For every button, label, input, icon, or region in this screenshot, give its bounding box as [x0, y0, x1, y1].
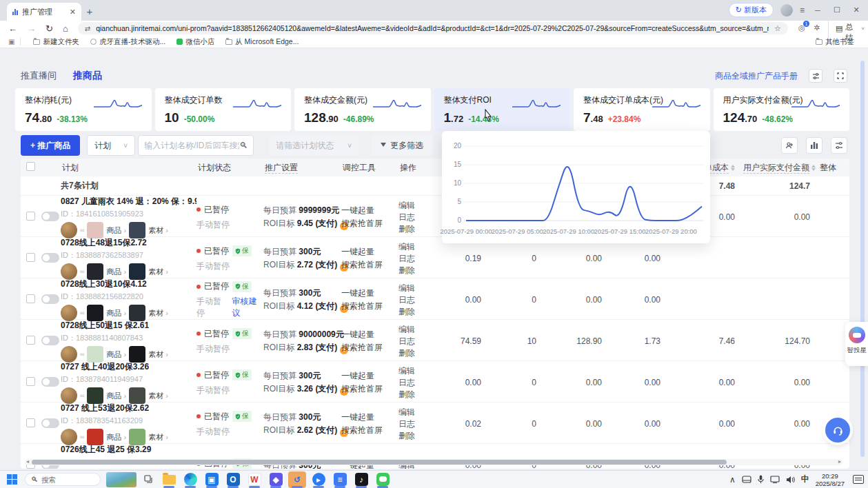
custom-columns-icon[interactable] [806, 137, 822, 154]
header-pay-sortable[interactable]: 用户实际支付金额 [743, 162, 818, 174]
plan-title[interactable]: 0827 儿童雨衣 14% 退：20% 保：9.92 [61, 196, 196, 207]
row-checkbox[interactable] [26, 377, 35, 386]
product-link[interactable]: 商品 › [106, 308, 126, 318]
one-key-boost-link[interactable]: 一键起量 [341, 204, 398, 217]
log-link[interactable]: 日志 [398, 253, 436, 265]
page-scrollbar[interactable] [860, 61, 865, 457]
product-manual-link[interactable]: 商品全域推广产品手册 [715, 70, 798, 82]
taskbar-app-file-explorer[interactable] [160, 471, 178, 488]
material-link[interactable]: 素材 › [148, 308, 168, 318]
site-info-icon[interactable]: ⇄ [85, 25, 90, 32]
fullscreen-icon[interactable] [834, 69, 847, 83]
material-link[interactable]: 素材 › [148, 349, 168, 360]
new-version-button[interactable]: ↻新版本 [729, 3, 774, 17]
one-key-boost-link[interactable]: 一键起量 [341, 328, 398, 341]
plan-title[interactable]: 0726线上45 退25 保3.29 [61, 444, 196, 456]
forward-icon[interactable]: → [27, 23, 36, 34]
row-checkbox[interactable] [26, 294, 35, 303]
material-link[interactable]: 素材 › [148, 391, 168, 401]
bookmark-item[interactable]: 虎牙直播-技术驱动... [85, 37, 171, 47]
filter-settings-icon[interactable] [831, 137, 847, 154]
product-link[interactable]: 商品 › [106, 432, 126, 443]
ime-indicator[interactable]: 中 [801, 474, 809, 485]
home-icon[interactable]: ⌂ [63, 23, 68, 34]
row-enable-toggle[interactable] [41, 294, 59, 304]
taskbar-search-box[interactable]: 🔍︎ [25, 473, 101, 486]
more-filters-button[interactable]: 更多筛选 [371, 135, 433, 156]
edit-link[interactable]: 编辑 [398, 283, 436, 294]
product-thumbnail[interactable] [87, 346, 103, 363]
metric-card[interactable]: 整体消耗(元) 74.80 -38.13% [15, 88, 152, 131]
taskbar-app-app-blue[interactable]: ≡ [331, 471, 349, 488]
bookmark-item[interactable]: 从 Microsoft Edge... [220, 37, 304, 47]
edit-link[interactable]: 编辑 [398, 200, 436, 212]
network-icon[interactable] [770, 476, 780, 483]
row-checkbox[interactable] [26, 253, 35, 262]
row-enable-toggle[interactable] [41, 377, 59, 387]
delete-link[interactable]: 删除 [398, 389, 436, 400]
tab-promote-product[interactable]: 推商品 [73, 70, 102, 82]
product-thumbnail[interactable] [87, 263, 103, 280]
window-maximize-button[interactable]: ☐ [831, 6, 843, 14]
taskbar-app-microsoft-store[interactable]: ▣ [203, 471, 221, 488]
row-checkbox[interactable] [26, 336, 35, 345]
product-thumbnail[interactable] [87, 387, 103, 404]
review-suggestion-link[interactable]: 审核建议 [232, 296, 264, 319]
settings-sliders-icon[interactable] [809, 69, 822, 83]
tab-close-icon[interactable]: ✕ [70, 8, 76, 17]
metric-card[interactable]: 用户实际支付金额(元) 124.70 -48.62% [714, 88, 850, 131]
microphone-icon[interactable] [758, 475, 764, 484]
search-top-screen-link[interactable]: 搜索抢首屏 [341, 258, 398, 272]
metric-card[interactable]: 整体成交订单数 10 -50.00% [155, 88, 292, 131]
plan-status-select[interactable]: 请筛选计划状态˅ [269, 135, 359, 156]
volume-icon[interactable] [786, 476, 795, 484]
new-tab-button[interactable]: + [81, 3, 98, 19]
taskbar-app-app-purple[interactable]: ◆ [267, 471, 285, 488]
plan-search-input[interactable] [144, 141, 239, 150]
taskbar-app-dingtalk[interactable]: ▸ [310, 471, 327, 488]
plan-title[interactable]: 0728线上30退10保4.12 [61, 278, 196, 290]
window-minimize-button[interactable]: ─ [811, 6, 824, 14]
log-link[interactable]: 日志 [398, 294, 436, 306]
one-key-boost-link[interactable]: 一键起量 [341, 369, 398, 383]
bookmark-star-icon[interactable]: ☆ [774, 24, 781, 33]
widgets-weather-thumbnail[interactable] [106, 472, 137, 487]
reading-mode-icon[interactable]: ◎1 [798, 23, 806, 33]
select-all-checkbox[interactable] [26, 162, 35, 171]
material-thumbnail[interactable] [129, 429, 145, 445]
delete-link[interactable]: 删除 [398, 430, 436, 442]
sort-icon[interactable] [811, 165, 816, 171]
material-thumbnail[interactable] [129, 387, 145, 404]
row-checkbox[interactable] [26, 418, 35, 427]
taskbar-app-wechat[interactable] [374, 471, 392, 488]
promote-product-button[interactable]: + 推广商品 [21, 135, 80, 156]
bookmark-item[interactable]: 微信小店 [171, 37, 220, 47]
row-enable-toggle[interactable] [41, 253, 59, 263]
browser-profile-avatar[interactable] [780, 4, 793, 17]
sort-icon[interactable] [731, 165, 735, 171]
start-button[interactable] [4, 472, 19, 487]
material-link[interactable]: 素材 › [148, 267, 168, 277]
row-checkbox[interactable] [26, 212, 35, 221]
search-icon[interactable]: 🔍︎ [239, 141, 248, 150]
horizontal-scrollbar[interactable]: ◂ ▸ [25, 459, 842, 465]
row-enable-toggle[interactable] [41, 336, 59, 345]
plan-title[interactable]: 0727 线上53退20保2.62 [61, 403, 196, 414]
task-view-icon[interactable] [142, 474, 154, 486]
scrollbar-thumb[interactable] [32, 460, 727, 465]
plan-title[interactable]: 0728线上50退15 保2.61 [61, 320, 196, 332]
ai-assistant-widget[interactable]: 智投星 [845, 322, 868, 366]
taskbar-app-edge-browser[interactable] [181, 471, 199, 488]
other-bookmarks-button[interactable]: 其他书签 [810, 37, 860, 47]
side-panel-icon[interactable]: ▣ [8, 38, 21, 45]
scroll-right-arrow-icon[interactable]: ▸ [838, 458, 841, 465]
metric-card[interactable]: 整体成交金额(元) 128.90 -46.89% [294, 88, 431, 131]
product-thumbnail[interactable] [87, 305, 103, 321]
taskbar-search-input[interactable] [41, 476, 90, 484]
edit-link[interactable]: 编辑 [398, 407, 436, 418]
product-link[interactable]: 商品 › [106, 349, 126, 360]
scroll-left-arrow-icon[interactable]: ◂ [26, 458, 29, 465]
product-thumbnail[interactable] [87, 222, 103, 238]
reload-icon[interactable]: ↻ [46, 23, 53, 34]
browser-menu-icon[interactable]: ≡ [800, 6, 805, 15]
